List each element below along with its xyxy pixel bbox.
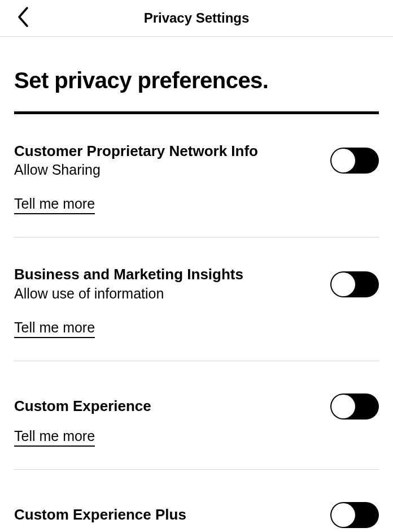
setting-business-marketing: Business and Marketing Insights Allow us…: [14, 237, 379, 361]
setting-row: Business and Marketing Insights Allow us…: [14, 266, 379, 302]
setting-custom-experience: Custom Experience Tell me more: [14, 361, 379, 470]
toggle-cpni[interactable]: [330, 148, 379, 174]
toggle-custom-experience[interactable]: [330, 393, 379, 419]
setting-title: Custom Experience: [14, 397, 319, 415]
back-button[interactable]: [17, 7, 29, 29]
setting-subtitle: Allow Sharing: [14, 161, 319, 179]
tell-me-more-link[interactable]: Tell me more: [14, 319, 95, 338]
page-title: Set privacy preferences.: [14, 68, 379, 93]
toggle-knob: [331, 273, 355, 296]
content-area: Set privacy preferences. Customer Propri…: [0, 68, 393, 532]
toggle-knob: [331, 395, 355, 418]
tell-me-more-link[interactable]: Tell me more: [14, 196, 95, 214]
setting-cpni: Customer Proprietary Network Info Allow …: [14, 114, 379, 237]
toggle-custom-experience-plus[interactable]: [330, 502, 379, 528]
toggle-knob: [331, 149, 355, 172]
setting-title: Customer Proprietary Network Info: [14, 142, 319, 160]
setting-text: Business and Marketing Insights Allow us…: [14, 266, 330, 302]
header-bar: Privacy Settings: [0, 0, 393, 37]
toggle-business-marketing[interactable]: [330, 271, 379, 297]
setting-text: Custom Experience: [14, 397, 330, 415]
chevron-left-icon: [17, 7, 29, 29]
setting-title: Business and Marketing Insights: [14, 266, 319, 283]
toggle-knob: [331, 503, 355, 527]
setting-text: Customer Proprietary Network Info Allow …: [14, 142, 330, 179]
setting-row: Custom Experience Plus: [14, 498, 379, 532]
setting-subtitle: Allow use of information: [14, 285, 319, 302]
header-title: Privacy Settings: [144, 10, 250, 26]
setting-text: Custom Experience Plus: [14, 506, 330, 524]
setting-row: Custom Experience: [14, 390, 379, 423]
setting-custom-experience-plus: Custom Experience Plus Tell me more: [14, 470, 379, 532]
setting-title: Custom Experience Plus: [14, 506, 319, 524]
setting-row: Customer Proprietary Network Info Allow …: [14, 142, 379, 179]
tell-me-more-link[interactable]: Tell me more: [14, 428, 95, 447]
